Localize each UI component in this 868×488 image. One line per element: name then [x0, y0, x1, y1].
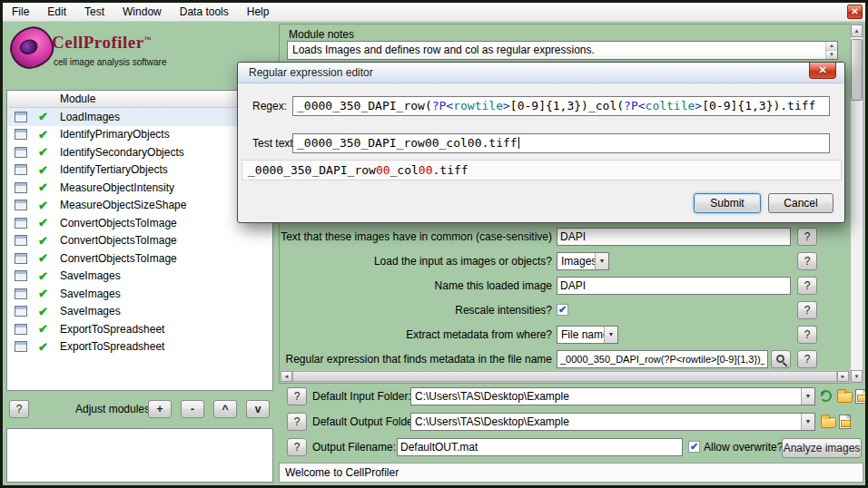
browse-folder-icon[interactable]: [821, 417, 836, 428]
test-text-input[interactable]: _0000_350_DAPI_row00_col00.tiff: [292, 133, 830, 153]
cell-nucleus-icon: [18, 38, 39, 56]
settings-vertical-scrollbar[interactable]: ▲ ▼: [850, 24, 863, 384]
output-folder-label: Default Output Folder:: [312, 415, 419, 428]
help-button[interactable]: ?: [797, 326, 817, 344]
menu-help[interactable]: Help: [238, 3, 279, 21]
menu-bar-items: FileEditTestWindowData toolsHelp: [3, 3, 865, 21]
module-row[interactable]: ✔LoadImages: [7, 108, 272, 126]
cancel-button[interactable]: Cancel: [768, 193, 833, 213]
test-text-value: _0000_350_DAPI_row00_col00.tiff: [297, 136, 518, 150]
menu-edit[interactable]: Edit: [38, 3, 75, 21]
module-enabled-check-icon[interactable]: ✔: [38, 146, 53, 158]
module-name: IdentifyTertiaryObjects: [60, 163, 168, 176]
selected-option: File name: [561, 328, 609, 341]
help-button[interactable]: ?: [287, 413, 307, 431]
setting-label: Name this loaded image: [239, 279, 552, 292]
analyze-images-label: Analyze images: [784, 442, 861, 454]
scroll-up-icon[interactable]: ▲: [826, 42, 837, 51]
menu-file[interactable]: File: [3, 3, 38, 21]
dialog-title-bar[interactable]: Regular expression editor: [238, 63, 844, 83]
output-folder-combo[interactable]: C:\Users\TAS\Desktop\Example ▼: [410, 413, 815, 431]
module-list-header[interactable]: Module: [7, 91, 272, 108]
images-or-objects-select[interactable]: Images ▼: [557, 252, 609, 270]
menu-data-tools[interactable]: Data tools: [171, 3, 238, 21]
new-folder-icon[interactable]: [855, 389, 865, 404]
image-name-input[interactable]: [557, 277, 791, 295]
regex-segment: >: [695, 99, 702, 112]
input-folder-label: Default Input Folder:: [312, 390, 411, 403]
scroll-down-icon[interactable]: ▼: [826, 51, 837, 60]
checkmark-icon: ✔: [557, 305, 567, 315]
module-window-icon[interactable]: [15, 200, 27, 210]
help-button[interactable]: ?: [797, 228, 817, 246]
scroll-up-icon[interactable]: ▲: [851, 24, 863, 37]
chevron-down-icon[interactable]: ▼: [801, 414, 814, 430]
module-enabled-check-icon[interactable]: ✔: [38, 129, 53, 141]
module-notes-box[interactable]: Loads Images and defines row and col as …: [287, 41, 838, 60]
chevron-down-icon[interactable]: ▼: [604, 327, 617, 343]
help-button[interactable]: ?: [797, 350, 817, 368]
trademark: ™: [144, 35, 153, 44]
module-row[interactable]: ✔IdentifySecondaryObjects: [7, 143, 272, 161]
metadata-source-select[interactable]: File name ▼: [557, 326, 618, 344]
help-button[interactable]: ?: [797, 277, 817, 295]
refresh-icon[interactable]: [820, 390, 832, 402]
module-notes-text: Loads Images and defines row and col as …: [292, 44, 595, 56]
module-enabled-check-icon[interactable]: ✔: [38, 200, 53, 211]
regex-segment: 00: [419, 163, 433, 177]
help-button[interactable]: ?: [797, 252, 817, 270]
menu-window[interactable]: Window: [113, 3, 171, 21]
module-window-icon[interactable]: [15, 129, 27, 140]
browse-folder-icon[interactable]: [837, 392, 853, 403]
module-window-icon[interactable]: [15, 164, 27, 175]
menu-test[interactable]: Test: [75, 3, 113, 21]
regex-editor-button[interactable]: [771, 350, 791, 368]
scroll-down-icon[interactable]: ▼: [851, 370, 863, 383]
common-text-input[interactable]: [557, 228, 791, 246]
module-name: IdentifySecondaryObjects: [60, 146, 184, 159]
module-row[interactable]: ✔MeasureObjectSizeShape: [7, 197, 272, 215]
dialog-close-button[interactable]: ✕: [809, 63, 836, 79]
help-button[interactable]: ?: [287, 438, 307, 456]
help-button[interactable]: ?: [287, 387, 307, 405]
module-notes-label: Module notes: [289, 28, 354, 41]
scrollbar-thumb[interactable]: [292, 371, 837, 382]
module-notes-scrollbar[interactable]: ▲ ▼: [825, 42, 837, 59]
module-window-icon[interactable]: [15, 218, 27, 229]
module-row[interactable]: ✔MeasureObjectIntensity: [7, 179, 272, 197]
new-folder-icon[interactable]: [839, 415, 851, 429]
cellprofiler-logo-icon: [5, 23, 57, 73]
module-window-icon[interactable]: [15, 112, 27, 122]
allow-overwrite-checkbox[interactable]: ✔: [688, 441, 700, 453]
metadata-regex-input[interactable]: [557, 350, 768, 368]
settings-horizontal-scrollbar[interactable]: ◄ ►: [280, 370, 850, 383]
app-window: FileEditTestWindowData toolsHelp ✕ CellP…: [0, 0, 868, 488]
module-name: MeasureObjectIntensity: [60, 181, 174, 194]
module-enabled-check-icon[interactable]: ✔: [38, 164, 53, 176]
chevron-down-icon[interactable]: ▼: [801, 388, 814, 405]
input-folder-combo[interactable]: C:\Users\TAS\Desktop\Example ▼: [410, 387, 815, 405]
search-icon: [776, 355, 784, 363]
module-row[interactable]: ✔IdentifyPrimaryObjects: [7, 126, 272, 144]
window-close-button[interactable]: ✕: [847, 5, 863, 19]
scroll-right-icon[interactable]: ►: [837, 371, 849, 382]
module-enabled-check-icon[interactable]: ✔: [38, 111, 53, 122]
help-icon: ?: [804, 304, 811, 317]
close-icon: ✕: [851, 6, 858, 16]
regex-segment: _col: [390, 163, 419, 177]
module-enabled-check-icon[interactable]: ✔: [38, 181, 53, 193]
scroll-left-icon[interactable]: ◄: [281, 371, 292, 382]
help-icon: ?: [804, 255, 811, 268]
module-row[interactable]: ✔IdentifyTertiaryObjects: [7, 161, 272, 180]
module-window-icon[interactable]: [15, 182, 27, 193]
module-window-icon[interactable]: [15, 147, 27, 158]
folder-path: C:\Users\TAS\Desktop\Example: [415, 415, 569, 428]
help-button[interactable]: ?: [797, 301, 817, 319]
rescale-intensities-checkbox[interactable]: ✔: [557, 304, 568, 316]
scrollbar-thumb[interactable]: [851, 39, 863, 101]
output-filename-input[interactable]: [397, 438, 683, 456]
regex-input[interactable]: _0000_350_DAPI_row(?P<rowtile>[0-9]{1,3}…: [292, 96, 830, 116]
submit-button[interactable]: Submit: [694, 193, 761, 213]
analyze-images-button[interactable]: Analyze images: [782, 438, 862, 458]
chevron-down-icon[interactable]: ▼: [595, 253, 608, 269]
